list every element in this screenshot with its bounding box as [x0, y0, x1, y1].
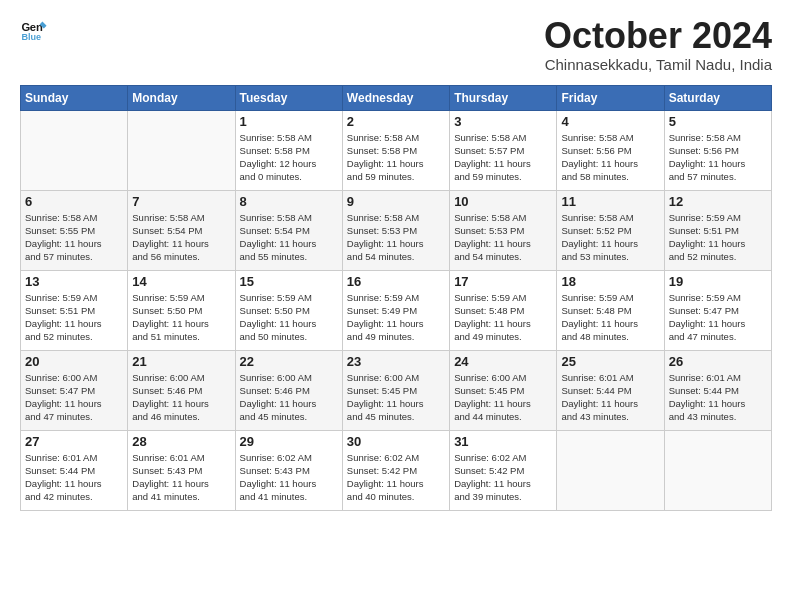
month-title: October 2024 — [544, 16, 772, 56]
calendar-cell: 16Sunrise: 5:59 AM Sunset: 5:49 PM Dayli… — [342, 270, 449, 350]
day-number: 9 — [347, 194, 445, 209]
day-number: 18 — [561, 274, 659, 289]
day-number: 4 — [561, 114, 659, 129]
week-row-2: 6Sunrise: 5:58 AM Sunset: 5:55 PM Daylig… — [21, 190, 772, 270]
day-info: Sunrise: 5:58 AM Sunset: 5:56 PM Dayligh… — [561, 131, 659, 184]
day-number: 26 — [669, 354, 767, 369]
day-number: 20 — [25, 354, 123, 369]
day-number: 5 — [669, 114, 767, 129]
day-number: 27 — [25, 434, 123, 449]
svg-text:Blue: Blue — [21, 32, 41, 42]
day-number: 23 — [347, 354, 445, 369]
day-number: 14 — [132, 274, 230, 289]
calendar-cell: 13Sunrise: 5:59 AM Sunset: 5:51 PM Dayli… — [21, 270, 128, 350]
day-header-monday: Monday — [128, 85, 235, 110]
day-info: Sunrise: 5:58 AM Sunset: 5:58 PM Dayligh… — [347, 131, 445, 184]
day-info: Sunrise: 5:58 AM Sunset: 5:53 PM Dayligh… — [347, 211, 445, 264]
day-header-friday: Friday — [557, 85, 664, 110]
day-number: 15 — [240, 274, 338, 289]
day-info: Sunrise: 5:58 AM Sunset: 5:54 PM Dayligh… — [132, 211, 230, 264]
day-number: 28 — [132, 434, 230, 449]
calendar-cell: 20Sunrise: 6:00 AM Sunset: 5:47 PM Dayli… — [21, 350, 128, 430]
day-number: 10 — [454, 194, 552, 209]
calendar-cell — [128, 110, 235, 190]
calendar-cell — [21, 110, 128, 190]
day-number: 30 — [347, 434, 445, 449]
day-number: 6 — [25, 194, 123, 209]
day-info: Sunrise: 5:59 AM Sunset: 5:48 PM Dayligh… — [561, 291, 659, 344]
day-info: Sunrise: 6:00 AM Sunset: 5:47 PM Dayligh… — [25, 371, 123, 424]
day-number: 29 — [240, 434, 338, 449]
day-info: Sunrise: 5:58 AM Sunset: 5:53 PM Dayligh… — [454, 211, 552, 264]
day-info: Sunrise: 5:59 AM Sunset: 5:51 PM Dayligh… — [25, 291, 123, 344]
calendar-cell: 9Sunrise: 5:58 AM Sunset: 5:53 PM Daylig… — [342, 190, 449, 270]
calendar-cell: 12Sunrise: 5:59 AM Sunset: 5:51 PM Dayli… — [664, 190, 771, 270]
day-info: Sunrise: 5:58 AM Sunset: 5:58 PM Dayligh… — [240, 131, 338, 184]
page-header: G en Blue October 2024 Chinnasekkadu, Ta… — [20, 16, 772, 73]
day-info: Sunrise: 6:00 AM Sunset: 5:45 PM Dayligh… — [454, 371, 552, 424]
day-header-saturday: Saturday — [664, 85, 771, 110]
calendar-cell: 23Sunrise: 6:00 AM Sunset: 5:45 PM Dayli… — [342, 350, 449, 430]
day-number: 1 — [240, 114, 338, 129]
calendar-cell: 4Sunrise: 5:58 AM Sunset: 5:56 PM Daylig… — [557, 110, 664, 190]
day-info: Sunrise: 6:01 AM Sunset: 5:43 PM Dayligh… — [132, 451, 230, 504]
day-number: 2 — [347, 114, 445, 129]
day-info: Sunrise: 5:58 AM Sunset: 5:57 PM Dayligh… — [454, 131, 552, 184]
week-row-3: 13Sunrise: 5:59 AM Sunset: 5:51 PM Dayli… — [21, 270, 772, 350]
calendar-table: SundayMondayTuesdayWednesdayThursdayFrid… — [20, 85, 772, 511]
day-header-thursday: Thursday — [450, 85, 557, 110]
day-info: Sunrise: 6:00 AM Sunset: 5:46 PM Dayligh… — [240, 371, 338, 424]
calendar-cell: 3Sunrise: 5:58 AM Sunset: 5:57 PM Daylig… — [450, 110, 557, 190]
week-row-1: 1Sunrise: 5:58 AM Sunset: 5:58 PM Daylig… — [21, 110, 772, 190]
day-number: 17 — [454, 274, 552, 289]
calendar-cell: 27Sunrise: 6:01 AM Sunset: 5:44 PM Dayli… — [21, 430, 128, 510]
day-info: Sunrise: 5:58 AM Sunset: 5:54 PM Dayligh… — [240, 211, 338, 264]
day-number: 12 — [669, 194, 767, 209]
calendar-cell: 11Sunrise: 5:58 AM Sunset: 5:52 PM Dayli… — [557, 190, 664, 270]
day-info: Sunrise: 6:01 AM Sunset: 5:44 PM Dayligh… — [25, 451, 123, 504]
day-info: Sunrise: 6:00 AM Sunset: 5:46 PM Dayligh… — [132, 371, 230, 424]
calendar-cell: 28Sunrise: 6:01 AM Sunset: 5:43 PM Dayli… — [128, 430, 235, 510]
calendar-cell — [664, 430, 771, 510]
day-info: Sunrise: 5:59 AM Sunset: 5:48 PM Dayligh… — [454, 291, 552, 344]
day-number: 22 — [240, 354, 338, 369]
logo: G en Blue — [20, 16, 48, 44]
day-info: Sunrise: 6:02 AM Sunset: 5:42 PM Dayligh… — [454, 451, 552, 504]
calendar-cell: 22Sunrise: 6:00 AM Sunset: 5:46 PM Dayli… — [235, 350, 342, 430]
day-number: 21 — [132, 354, 230, 369]
calendar-cell: 29Sunrise: 6:02 AM Sunset: 5:43 PM Dayli… — [235, 430, 342, 510]
day-number: 24 — [454, 354, 552, 369]
day-number: 16 — [347, 274, 445, 289]
day-header-tuesday: Tuesday — [235, 85, 342, 110]
day-number: 8 — [240, 194, 338, 209]
location-subtitle: Chinnasekkadu, Tamil Nadu, India — [544, 56, 772, 73]
calendar-cell: 7Sunrise: 5:58 AM Sunset: 5:54 PM Daylig… — [128, 190, 235, 270]
day-number: 31 — [454, 434, 552, 449]
header-row: SundayMondayTuesdayWednesdayThursdayFrid… — [21, 85, 772, 110]
day-info: Sunrise: 5:58 AM Sunset: 5:52 PM Dayligh… — [561, 211, 659, 264]
calendar-cell: 8Sunrise: 5:58 AM Sunset: 5:54 PM Daylig… — [235, 190, 342, 270]
calendar-cell: 1Sunrise: 5:58 AM Sunset: 5:58 PM Daylig… — [235, 110, 342, 190]
day-number: 25 — [561, 354, 659, 369]
day-info: Sunrise: 6:02 AM Sunset: 5:43 PM Dayligh… — [240, 451, 338, 504]
day-info: Sunrise: 5:58 AM Sunset: 5:55 PM Dayligh… — [25, 211, 123, 264]
day-info: Sunrise: 6:02 AM Sunset: 5:42 PM Dayligh… — [347, 451, 445, 504]
calendar-cell: 19Sunrise: 5:59 AM Sunset: 5:47 PM Dayli… — [664, 270, 771, 350]
day-header-sunday: Sunday — [21, 85, 128, 110]
day-info: Sunrise: 5:59 AM Sunset: 5:47 PM Dayligh… — [669, 291, 767, 344]
calendar-cell: 17Sunrise: 5:59 AM Sunset: 5:48 PM Dayli… — [450, 270, 557, 350]
calendar-cell: 10Sunrise: 5:58 AM Sunset: 5:53 PM Dayli… — [450, 190, 557, 270]
day-info: Sunrise: 6:00 AM Sunset: 5:45 PM Dayligh… — [347, 371, 445, 424]
calendar-cell: 24Sunrise: 6:00 AM Sunset: 5:45 PM Dayli… — [450, 350, 557, 430]
calendar-cell: 21Sunrise: 6:00 AM Sunset: 5:46 PM Dayli… — [128, 350, 235, 430]
day-number: 11 — [561, 194, 659, 209]
calendar-cell: 26Sunrise: 6:01 AM Sunset: 5:44 PM Dayli… — [664, 350, 771, 430]
calendar-cell: 6Sunrise: 5:58 AM Sunset: 5:55 PM Daylig… — [21, 190, 128, 270]
day-info: Sunrise: 5:59 AM Sunset: 5:51 PM Dayligh… — [669, 211, 767, 264]
calendar-cell: 2Sunrise: 5:58 AM Sunset: 5:58 PM Daylig… — [342, 110, 449, 190]
calendar-cell: 25Sunrise: 6:01 AM Sunset: 5:44 PM Dayli… — [557, 350, 664, 430]
calendar-cell — [557, 430, 664, 510]
calendar-cell: 30Sunrise: 6:02 AM Sunset: 5:42 PM Dayli… — [342, 430, 449, 510]
day-number: 7 — [132, 194, 230, 209]
day-info: Sunrise: 5:59 AM Sunset: 5:50 PM Dayligh… — [132, 291, 230, 344]
